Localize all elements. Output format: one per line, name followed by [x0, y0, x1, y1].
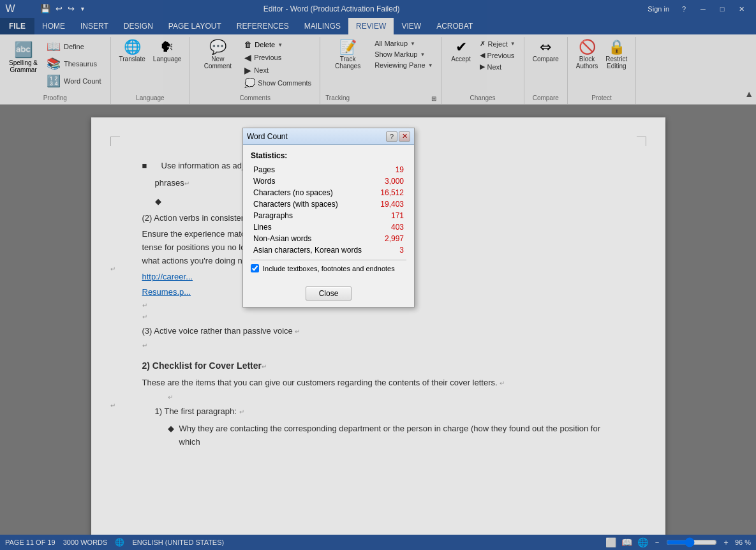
dialog-divider [251, 260, 406, 260]
ribbon-collapse-button[interactable]: ▲ [743, 87, 755, 100]
changes-group-label: Changes [470, 94, 496, 103]
tab-file[interactable]: FILE [0, 18, 34, 34]
previous-comment-label: Previous [254, 54, 281, 61]
compare-label: Compare [533, 56, 559, 63]
undo-qat-button[interactable]: ↩ [54, 3, 64, 15]
accept-label: Accept [451, 56, 471, 63]
sub1: 1) The first paragraph: ↵ [155, 405, 614, 419]
tab-references[interactable]: REFERENCES [229, 18, 297, 34]
tracking-col: All Markup ▼ Show Markup ▼ Reviewing Pan… [371, 38, 436, 70]
status-bar: PAGE 11 OF 19 3000 WORDS 🌐 ENGLISH (UNIT… [0, 535, 756, 550]
previous-comment-button[interactable]: ◀ Previous [241, 51, 315, 64]
qat-more-button[interactable]: ▼ [78, 4, 87, 13]
restrict-editing-label: RestrictEditing [605, 56, 627, 70]
window-title: Editor - Word (Product Activation Failed… [15, 4, 648, 13]
quick-access-toolbar: 💾 ↩ ↪ ▼ [38, 3, 87, 15]
previous-change-button[interactable]: ◀ Previous [477, 50, 519, 61]
show-markup-button[interactable]: Show Markup ▼ [371, 49, 436, 59]
tab-review[interactable]: REVIEW [348, 18, 394, 34]
close-button[interactable]: ✕ [732, 0, 751, 18]
compare-button[interactable]: ⇔ Compare [530, 38, 562, 64]
tracking-group-label: Tracking [325, 94, 350, 103]
word-count-icon: 🔢 [47, 74, 61, 88]
language-indicator-icon[interactable]: 🌐 [115, 538, 124, 547]
left-margin-mark2: ↵ [110, 401, 115, 411]
tab-view[interactable]: VIEW [394, 18, 429, 34]
title-icons: W [5, 4, 15, 14]
ribbon-group-protect: 🚫 BlockAuthors 🔒 RestrictEditing Protect [568, 37, 636, 104]
zoom-out-icon[interactable]: － [653, 537, 661, 548]
new-comment-icon: 💬 [209, 40, 226, 54]
read-mode-icon[interactable]: 📖 [621, 537, 632, 547]
stat-row: Pages19 [251, 164, 406, 175]
block-authors-label: BlockAuthors [576, 56, 598, 70]
show-markup-dropdown: ▼ [420, 52, 425, 57]
reviewing-pane-dropdown: ▼ [428, 63, 433, 68]
compare-icon: ⇔ [540, 40, 551, 54]
redo-qat-button[interactable]: ↪ [66, 3, 77, 15]
tab-acrobat[interactable]: ACROBAT [429, 18, 480, 34]
ribbon-tabs: FILE HOME INSERT DESIGN PAGE LAYOUT REFE… [0, 18, 756, 34]
tab-mailings[interactable]: MAILINGS [297, 18, 348, 34]
dialog-close-button[interactable]: Close [306, 286, 352, 301]
translate-label: Translate [119, 56, 145, 63]
para2: (3) Active voice rather than passive voi… [142, 325, 614, 338]
tab-home[interactable]: HOME [34, 18, 73, 34]
minimize-button[interactable]: ─ [693, 0, 713, 18]
reviewing-pane-button[interactable]: Reviewing Pane ▼ [371, 60, 436, 70]
tracking-expand-icon[interactable]: ⊞ [431, 95, 436, 102]
sub-bullet-item: ◆ Why they are contacting the correspond… [168, 422, 614, 449]
sign-in-button[interactable]: Sign in [648, 5, 669, 13]
prev-change-icon: ◀ [480, 51, 485, 59]
word-logo-icon: W [5, 4, 15, 14]
track-changes-button[interactable]: 📝 Track Changes [325, 38, 370, 71]
track-changes-label: Track Changes [329, 56, 367, 70]
stat-row: Lines403 [251, 221, 406, 233]
ribbon: 🔤 Spelling &Grammar 📖 Define 📚 Thesaurus… [0, 34, 756, 105]
accept-button[interactable]: ✔ Accept [447, 38, 475, 64]
show-comments-button[interactable]: 💭 Show Comments [241, 77, 315, 89]
dialog-close-x-button[interactable]: ✕ [399, 131, 410, 142]
word-count-label: Word Count [64, 77, 101, 85]
section-heading: 2) Checklist for Cover Letter↵ [142, 359, 614, 373]
spelling-grammar-button[interactable]: 🔤 Spelling &Grammar [5, 38, 41, 76]
include-textboxes-checkbox[interactable] [251, 264, 259, 272]
all-markup-dropdown: ▼ [410, 41, 415, 47]
restrict-editing-button[interactable]: 🔒 RestrictEditing [602, 38, 630, 71]
web-layout-icon[interactable]: 🌐 [637, 537, 648, 547]
word-count-button[interactable]: 🔢 Word Count [43, 73, 105, 89]
proofing-group-label: Proofing [43, 94, 67, 103]
new-comment-label: New Comment [198, 56, 237, 70]
tab-design[interactable]: DESIGN [116, 18, 161, 34]
delete-comment-button[interactable]: 🗑 Delete ▼ [241, 38, 315, 51]
ribbon-group-changes: ✔ Accept ✗ Reject ▼ ◀ Previous ▶ Next [442, 37, 524, 104]
translate-button[interactable]: 🌐 Translate [116, 38, 149, 64]
language-button[interactable]: 🗣 Language [150, 38, 185, 64]
next-comment-button[interactable]: ▶ Next [241, 64, 315, 77]
comments-group-label: Comments [240, 94, 271, 103]
corner-mark-tr [637, 137, 646, 146]
normal-view-icon[interactable]: ⬜ [605, 537, 616, 547]
restore-button[interactable]: □ [713, 0, 732, 18]
define-button[interactable]: 📖 Define [43, 38, 105, 55]
pilcrow3: ↵ [142, 341, 614, 351]
dialog-help-button[interactable]: ? [386, 131, 397, 142]
next-change-icon: ▶ [480, 63, 485, 71]
dialog-title: Word Count [247, 132, 288, 141]
zoom-slider[interactable] [666, 537, 717, 547]
zoom-in-icon[interactable]: ＋ [722, 537, 730, 548]
new-comment-button[interactable]: 💬 New Comment [195, 38, 240, 71]
tab-page-layout[interactable]: PAGE LAYOUT [161, 18, 229, 34]
thesaurus-button[interactable]: 📚 Thesaurus [43, 56, 105, 72]
accept-icon: ✔ [456, 40, 467, 54]
tab-insert[interactable]: INSERT [73, 18, 116, 34]
next-change-button[interactable]: ▶ Next [477, 61, 519, 72]
save-qat-button[interactable]: 💾 [38, 3, 52, 15]
all-markup-button[interactable]: All Markup ▼ [371, 38, 436, 48]
language-group-label: Language [136, 94, 165, 103]
dialog-body: Statistics: Pages19Words3,000Characters … [243, 145, 414, 283]
help-button[interactable]: ? [674, 0, 693, 18]
changes-buttons: ✔ Accept ✗ Reject ▼ ◀ Previous ▶ Next [447, 38, 519, 94]
block-authors-button[interactable]: 🚫 BlockAuthors [573, 38, 601, 71]
reject-button[interactable]: ✗ Reject ▼ [477, 38, 519, 49]
